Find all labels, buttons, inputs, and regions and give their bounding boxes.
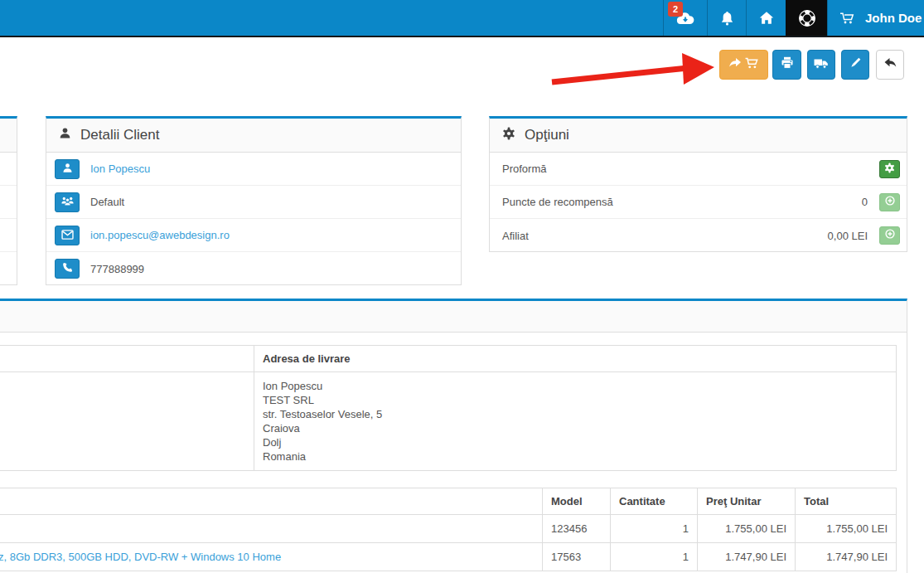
phone-icon bbox=[62, 261, 73, 276]
product-unit-price-cell: 1.755,00 LEI bbox=[698, 515, 796, 543]
client-row-phone: 777888999 bbox=[46, 252, 461, 285]
customer-email-link[interactable]: ion.popescu@awebdesign.ro bbox=[90, 229, 230, 241]
billing-address-cell bbox=[0, 372, 254, 471]
panel-row bbox=[0, 153, 17, 186]
shipping-list-button[interactable] bbox=[807, 50, 835, 80]
product-quantity-cell: 1 bbox=[611, 543, 698, 571]
customer-group-label: Default bbox=[90, 196, 124, 208]
product-name-cell: z, 8Gb DDR3, 500GB HDD, DVD-RW + Windows… bbox=[0, 543, 543, 571]
billing-address-header bbox=[0, 346, 254, 372]
top-navigation-bar: 2 bbox=[0, 0, 924, 37]
email-button[interactable] bbox=[55, 226, 80, 245]
total-header: Total bbox=[796, 488, 897, 515]
share-icon bbox=[728, 57, 742, 73]
option-row-proforma: Proformă bbox=[490, 153, 907, 186]
option-label: Afiliat bbox=[502, 230, 828, 242]
panel-row bbox=[0, 252, 17, 285]
address-line: Dolj bbox=[263, 435, 888, 449]
home-icon bbox=[759, 11, 774, 25]
option-value: 0 bbox=[862, 196, 868, 208]
customer-name-link[interactable]: Ion Popescu bbox=[90, 163, 150, 175]
option-value: 0,00 LEI bbox=[828, 230, 868, 242]
option-row-affiliate: Afiliat 0,00 LEI bbox=[490, 219, 907, 252]
address-line: TEST SRL bbox=[263, 393, 888, 407]
downloads-menu-button[interactable]: 2 bbox=[663, 0, 707, 36]
product-row: 123456 1 1.755,00 LEI 1.755,00 LEI bbox=[0, 515, 897, 543]
plus-circle-icon bbox=[884, 228, 896, 243]
shipping-address-header: Adresa de livrare bbox=[254, 346, 897, 372]
customer-phone-label: 777888999 bbox=[90, 263, 144, 275]
home-button[interactable] bbox=[746, 0, 786, 36]
product-unit-price-cell: 1.747,90 LEI bbox=[698, 543, 796, 571]
edit-order-button[interactable] bbox=[841, 50, 869, 80]
notification-badge: 2 bbox=[668, 2, 683, 17]
view-customer-button[interactable] bbox=[55, 159, 80, 179]
panel-title: Detalii Client bbox=[80, 127, 159, 143]
users-icon bbox=[61, 195, 74, 210]
client-details-panel: Detalii Client Ion Popescu bbox=[46, 116, 462, 285]
address-line: Ion Popescu bbox=[263, 379, 888, 393]
products-table: Model Cantitate Preţ Unitar Total 123456… bbox=[0, 488, 897, 571]
annotation-arrow bbox=[545, 46, 719, 91]
shipping-address-cell: Ion Popescu TEST SRL str. Testoaselor Ve… bbox=[254, 372, 897, 471]
printer-icon bbox=[781, 56, 794, 73]
order-details-panel-clipped bbox=[0, 116, 17, 285]
reorder-button[interactable] bbox=[719, 50, 768, 80]
option-row-reward-points: Puncte de recompensă 0 bbox=[490, 186, 907, 219]
product-name-cell bbox=[0, 515, 543, 543]
order-details-panel-header bbox=[0, 119, 17, 153]
order-info-panel-header bbox=[0, 301, 907, 333]
options-panel: Opţiuni Proformă Puncte de recompensă 0 bbox=[489, 116, 907, 252]
bell-icon bbox=[720, 11, 734, 26]
user-menu-button[interactable]: John Doe bbox=[827, 0, 924, 36]
product-name-header bbox=[0, 488, 543, 515]
panel-title: Opţiuni bbox=[525, 127, 569, 143]
panel-row bbox=[0, 186, 17, 219]
client-row-name: Ion Popescu bbox=[46, 153, 461, 186]
cart-icon bbox=[745, 57, 759, 73]
back-button[interactable] bbox=[876, 50, 904, 80]
product-total-cell: 1.755,00 LEI bbox=[796, 515, 897, 543]
pencil-icon bbox=[849, 56, 862, 73]
support-button[interactable] bbox=[786, 0, 827, 36]
gear-icon bbox=[884, 162, 895, 177]
product-row: z, 8Gb DDR3, 500GB HDD, DVD-RW + Windows… bbox=[0, 543, 897, 571]
panel-row bbox=[0, 219, 17, 252]
reply-arrow-icon bbox=[883, 57, 897, 73]
life-ring-icon bbox=[798, 9, 816, 27]
customer-group-button[interactable] bbox=[55, 192, 80, 212]
user-icon bbox=[62, 162, 73, 177]
plus-circle-icon bbox=[884, 195, 896, 210]
user-icon bbox=[59, 127, 71, 143]
product-quantity-cell: 1 bbox=[611, 515, 698, 543]
unit-price-header: Preţ Unitar bbox=[698, 488, 796, 515]
option-label: Proformă bbox=[502, 163, 868, 175]
client-row-group: Default bbox=[46, 186, 461, 219]
product-model-cell: 17563 bbox=[543, 543, 611, 571]
address-line: Romania bbox=[263, 449, 888, 464]
alerts-menu-button[interactable] bbox=[707, 0, 746, 36]
product-name-link[interactable]: z, 8Gb DDR3, 500GB HDD, DVD-RW + Windows… bbox=[0, 551, 281, 563]
order-info-panel: Adresa de livrare Ion Popescu TEST SRL s… bbox=[0, 299, 907, 573]
option-label: Puncte de recompensă bbox=[502, 196, 862, 208]
cart-icon bbox=[839, 11, 857, 26]
client-row-email: ion.popescu@awebdesign.ro bbox=[46, 219, 461, 252]
client-details-panel-header: Detalii Client bbox=[46, 119, 461, 153]
address-line: str. Testoaselor Vesele, 5 bbox=[263, 407, 888, 421]
truck-icon bbox=[814, 57, 829, 73]
phone-button[interactable] bbox=[55, 259, 80, 279]
print-invoice-button[interactable] bbox=[772, 50, 801, 80]
product-model-cell: 123456 bbox=[543, 515, 611, 543]
envelope-icon bbox=[61, 228, 74, 243]
gear-icon bbox=[502, 127, 515, 144]
products-header-row: Model Cantitate Preţ Unitar Total bbox=[0, 488, 897, 515]
model-header: Model bbox=[543, 488, 611, 515]
add-reward-points-button[interactable] bbox=[879, 193, 900, 211]
add-affiliate-commission-button[interactable] bbox=[879, 226, 900, 245]
address-table: Adresa de livrare Ion Popescu TEST SRL s… bbox=[0, 345, 897, 471]
user-name-label: John Doe bbox=[865, 11, 922, 25]
proforma-settings-button[interactable] bbox=[879, 160, 900, 178]
address-line: Craiova bbox=[263, 421, 888, 435]
quantity-header: Cantitate bbox=[611, 488, 698, 515]
options-panel-header: Opţiuni bbox=[490, 119, 907, 153]
